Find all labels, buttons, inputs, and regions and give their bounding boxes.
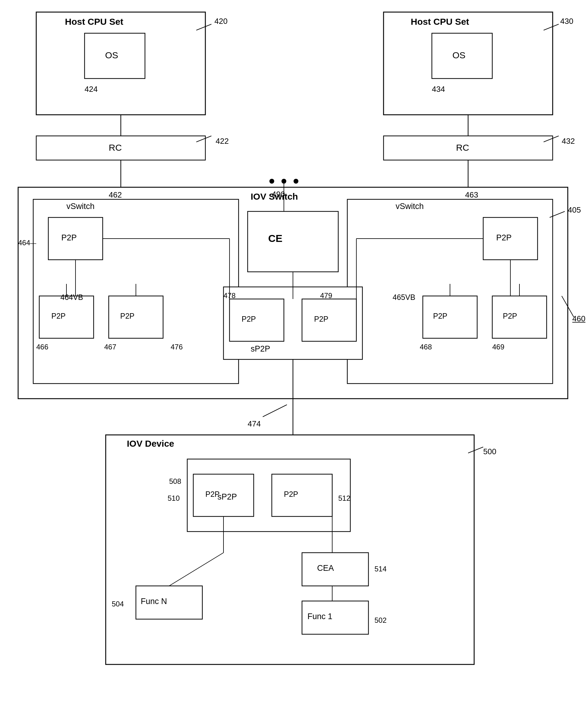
ref-476: 476 [171,343,183,351]
p2p-478-label: P2P [242,315,256,324]
ref-464-arrow: 464— [18,239,36,247]
ref-405: 405 [568,206,581,215]
ref-514: 514 [374,565,387,573]
ref-462: 462 [109,190,122,199]
ref-502: 502 [374,616,387,625]
p2p-468-label: P2P [433,312,447,320]
svg-rect-23 [302,553,368,586]
p2p-top-right-label: P2P [496,233,512,242]
ref-478: 478 [224,291,236,300]
func-1-label: Func 1 [307,612,333,621]
ref-430: 430 [560,17,573,26]
svg-line-56 [550,212,565,218]
p2p-510-label: P2P [205,490,220,498]
ce-label: CE [268,233,282,244]
svg-rect-22 [272,474,332,517]
ref-468: 468 [420,343,432,351]
p2p-469-label: P2P [503,312,517,320]
vswitch-2-label: vSwitch [396,202,424,211]
ref-508: 508 [169,477,181,486]
svg-rect-16 [109,296,163,338]
p2p-467-label: P2P [120,312,134,320]
diagram: Host CPU Set 420 Host CPU Set 430 OS 424… [0,0,588,704]
ref-424: 424 [84,84,98,94]
svg-point-48 [282,179,286,184]
ref-420: 420 [215,17,227,26]
svg-rect-1 [384,12,553,115]
sp2p-switch-label: sP2P [251,344,270,354]
svg-point-49 [294,179,298,184]
os-1-label: OS [105,50,118,60]
svg-rect-15 [39,296,94,338]
p2p-479-label: P2P [314,315,328,324]
p2p-top-left-label: P2P [61,233,77,242]
svg-line-57 [468,447,483,453]
host-cpu-set-2-label: Host CPU Set [411,17,469,27]
sp2p-device-label: sP2P [218,492,237,502]
ref-490: 490 [272,190,285,199]
svg-line-51 [196,24,212,30]
svg-line-44 [169,553,224,586]
ref-469: 469 [492,343,504,351]
rc-2-label: RC [456,142,469,153]
svg-line-53 [196,136,212,142]
svg-rect-0 [36,12,205,115]
svg-rect-19 [106,435,474,664]
ref-500: 500 [483,447,496,456]
ref-474: 474 [248,419,260,428]
svg-rect-14 [302,299,356,341]
iov-device-label: IOV Device [127,438,174,449]
func-n-label: Func N [141,597,167,606]
svg-rect-8 [347,199,553,384]
ref-422: 422 [216,136,229,146]
svg-rect-7 [33,199,239,384]
ref-460: 460 [572,314,585,324]
p2p-512-label: P2P [284,490,298,498]
os-2-label: OS [453,50,465,60]
svg-line-52 [544,24,559,30]
ref-466: 466 [36,343,48,351]
ref-479: 479 [320,291,332,300]
vswitch-1-label: vSwitch [66,202,95,211]
svg-rect-18 [492,296,547,338]
svg-line-54 [544,136,559,142]
svg-rect-13 [230,299,284,341]
ref-467: 467 [104,343,116,351]
cea-label: CEA [317,564,334,573]
ref-432: 432 [562,136,575,146]
ref-504: 504 [112,600,124,608]
ref-464vb: 464VB [60,293,83,302]
ref-512: 512 [338,494,350,503]
svg-line-55 [562,296,574,317]
rc-1-label: RC [109,142,122,153]
svg-rect-17 [423,296,477,338]
ref-510: 510 [168,494,180,503]
svg-point-47 [270,179,274,184]
p2p-466-label: P2P [51,312,65,320]
ref-434: 434 [432,84,445,94]
svg-rect-6 [18,187,568,399]
host-cpu-set-1-label: Host CPU Set [65,17,123,27]
ref-463: 463 [465,190,478,199]
svg-line-58 [263,405,287,417]
svg-rect-9 [248,212,338,272]
ref-465vb: 465VB [393,293,415,302]
